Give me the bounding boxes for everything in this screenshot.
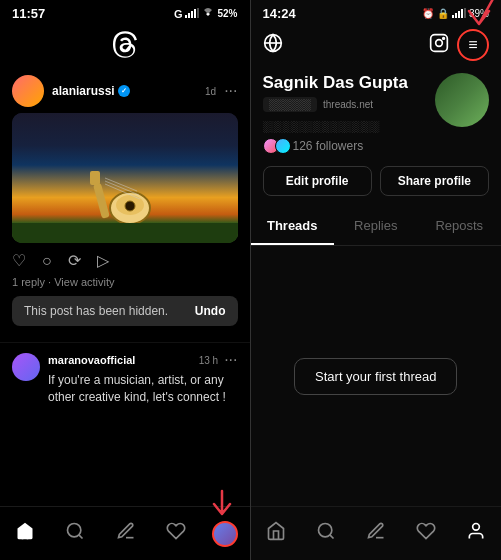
profile-info: Sagnik Das Gupta ░░░░░░ threads.net ░░░░… [251, 69, 502, 166]
hidden-notice: This post has been hidden. Undo [12, 296, 238, 326]
menu-button[interactable]: ≡ [457, 29, 489, 61]
svg-rect-19 [464, 8, 466, 18]
followers-row: 126 followers [263, 138, 408, 154]
feed-item-1: alaniarussi ✓ 1d ··· [0, 67, 250, 343]
follower-avatars [263, 138, 287, 154]
time-left: 11:57 [12, 6, 45, 21]
username-maranova: maranovaofficial [48, 354, 135, 366]
svg-point-25 [318, 524, 331, 537]
bottom-nav-right [251, 506, 502, 560]
battery-right: 39% [469, 8, 489, 19]
svg-line-26 [330, 535, 334, 539]
svg-rect-0 [185, 15, 187, 18]
post-image-guitar [12, 113, 238, 243]
profile-avatar-img [435, 73, 489, 127]
profile-avatar-large [435, 73, 489, 127]
verified-badge: ✓ [118, 85, 130, 97]
more-options-2[interactable]: ··· [224, 351, 237, 369]
status-bar-right: 14:24 ⏰ 🔒 39% [251, 0, 502, 25]
svg-point-24 [443, 37, 445, 39]
threads-logo [0, 25, 250, 67]
status-icons-left: G 52% [174, 8, 238, 20]
profile-handle-row: ░░░░░░ threads.net [263, 97, 408, 112]
profile-top-nav: ≡ [251, 25, 502, 69]
follower-avatar-2 [275, 138, 291, 154]
svg-rect-22 [431, 34, 448, 51]
guitar-svg [75, 153, 175, 233]
profile-buttons: Edit profile Share profile [251, 166, 502, 208]
more-options-1[interactable]: ··· [224, 82, 237, 100]
svg-rect-7 [93, 183, 110, 219]
svg-line-14 [79, 535, 83, 539]
post-time-2: 13 h [199, 355, 218, 366]
nav-profile-wrapper-left [212, 521, 238, 547]
svg-rect-15 [452, 15, 454, 18]
profile-bio-hidden: ░░░░░░░░░░░░░░░ [263, 120, 408, 132]
edit-profile-button[interactable]: Edit profile [263, 166, 372, 196]
instagram-icon[interactable] [429, 33, 449, 58]
svg-rect-4 [197, 8, 199, 18]
svg-rect-1 [188, 13, 190, 18]
svg-rect-12 [90, 171, 100, 185]
rnav-heart[interactable] [412, 517, 440, 550]
status-icons-right: ⏰ 🔒 39% [422, 8, 489, 20]
tab-replies[interactable]: Replies [334, 208, 418, 245]
lock-icon: 🔒 [437, 8, 449, 19]
like-icon[interactable]: ♡ [12, 251, 26, 270]
post-stats-1: 1 reply · View activity [12, 276, 238, 288]
followers-count: 126 followers [293, 139, 364, 153]
globe-icon[interactable] [263, 33, 283, 58]
share-profile-button[interactable]: Share profile [380, 166, 489, 196]
empty-state: Start your first thread [251, 246, 502, 506]
nav-profile-left[interactable] [212, 521, 238, 547]
signal-icon [185, 8, 199, 20]
alarm-icon: ⏰ [422, 8, 434, 19]
wifi-icon [202, 8, 214, 20]
avatar-maranova [12, 353, 40, 381]
profile-tabs: Threads Replies Reposts [251, 208, 502, 246]
right-panel: 14:24 ⏰ 🔒 39% ≡ [251, 0, 502, 560]
svg-point-27 [473, 524, 480, 531]
threads-net-badge: threads.net [323, 99, 373, 110]
nav-search-left[interactable] [61, 517, 89, 550]
tab-reposts[interactable]: Reposts [418, 208, 502, 245]
username-alaniarussi: alaniarussi ✓ [52, 84, 130, 98]
svg-point-8 [125, 201, 135, 211]
profile-name: Sagnik Das Gupta [263, 73, 408, 93]
tab-threads[interactable]: Threads [251, 208, 335, 245]
svg-rect-3 [194, 9, 196, 18]
svg-rect-2 [191, 11, 193, 18]
undo-button[interactable]: Undo [195, 304, 226, 318]
rnav-profile[interactable] [462, 517, 490, 550]
rnav-search[interactable] [312, 517, 340, 550]
nav-compose-left[interactable] [112, 517, 140, 550]
svg-rect-17 [458, 11, 460, 18]
bottom-nav-left [0, 506, 250, 560]
profile-handle-pill: ░░░░░░ [263, 97, 318, 112]
nav-home-left[interactable] [11, 517, 39, 550]
nav-heart-left[interactable] [162, 517, 190, 550]
time-right: 14:24 [263, 6, 296, 21]
svg-rect-16 [455, 13, 457, 18]
feed-item-2: maranovaofficial 13 h ··· If you're a mu… [0, 343, 250, 414]
carrier-icon: G [174, 8, 183, 20]
feed-text-2: If you're a musician, artist, or any oth… [48, 372, 238, 406]
svg-point-23 [436, 39, 443, 46]
start-thread-button[interactable]: Start your first thread [294, 358, 457, 395]
comment-icon[interactable]: ○ [42, 252, 52, 270]
rnav-compose[interactable] [362, 517, 390, 550]
rnav-home[interactable] [262, 517, 290, 550]
svg-point-13 [68, 524, 81, 537]
left-panel: 11:57 G 52% [0, 0, 250, 560]
repost-icon[interactable]: ⟳ [68, 251, 81, 270]
battery-icon: 52% [217, 8, 237, 19]
signal-icon-right [452, 8, 466, 20]
post-time-1: 1d [205, 86, 216, 97]
avatar-alaniarussi [12, 75, 44, 107]
menu-btn-wrapper: ≡ [457, 29, 489, 61]
status-bar-left: 11:57 G 52% [0, 0, 250, 25]
share-icon[interactable]: ▷ [97, 251, 109, 270]
feed-item-1-header: alaniarussi ✓ 1d ··· [12, 75, 238, 107]
svg-line-9 [105, 178, 137, 191]
feed-item-1-user: alaniarussi ✓ [12, 75, 130, 107]
